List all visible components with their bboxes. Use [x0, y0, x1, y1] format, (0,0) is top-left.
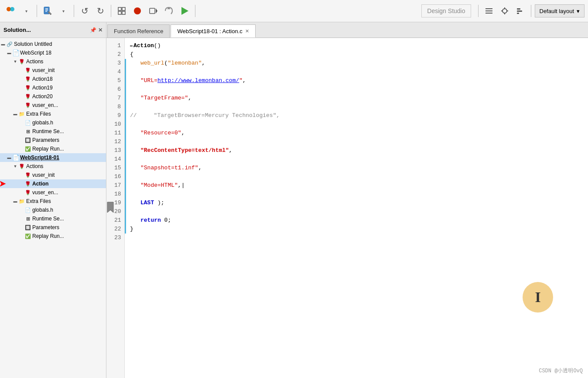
- actions2-icon: 🌹: [18, 163, 25, 170]
- separator-4: [195, 5, 195, 17]
- settings-icon[interactable]: [513, 4, 527, 18]
- tree-item-action18[interactable]: 🌹 Action18: [0, 75, 106, 83]
- bookmark-anchor: [106, 201, 114, 215]
- actions2-label: Actions: [26, 163, 43, 169]
- expand-action-main: [18, 181, 24, 187]
- tree-item-globals1[interactable]: 📄 globals.h: [0, 118, 106, 127]
- svg-marker-13: [156, 8, 157, 14]
- code-line-23: [125, 234, 588, 242]
- separator-1: [37, 5, 37, 17]
- play-loop-icon[interactable]: [162, 4, 176, 18]
- tree-item-vuser-init1[interactable]: 🌹 vuser_init: [0, 66, 106, 75]
- replay1-label: Replay Run...: [32, 146, 64, 152]
- sidebar-title: Solution...: [3, 27, 31, 33]
- tab-func-ref[interactable]: Function Reference: [107, 24, 170, 38]
- code-line-1: ▬ Action(): [125, 41, 588, 50]
- expand-ws18[interactable]: ▬: [6, 50, 12, 56]
- layout-button[interactable]: Default layout ▾: [535, 4, 585, 17]
- lines-icon[interactable]: [482, 4, 496, 18]
- tree-item-solution[interactable]: ▬ 🔗 Solution Untitled: [0, 40, 106, 48]
- tree-item-action-main[interactable]: 🌹 Action ➤: [0, 179, 106, 188]
- tree-item-replay1[interactable]: ✅ Replay Run...: [0, 144, 106, 153]
- expand-actions1[interactable]: ▼: [12, 58, 18, 65]
- tree-item-action20[interactable]: 🌹 Action20: [0, 92, 106, 101]
- code-line-11: "Resource=0",: [125, 129, 588, 137]
- run-icon[interactable]: [178, 4, 191, 18]
- design-studio-label: Design Studio: [421, 4, 471, 17]
- tree-item-actions2[interactable]: ▼ 🌹 Actions: [0, 162, 106, 171]
- ws18-icon: 📄: [12, 49, 19, 56]
- vuser-end2-label: vuser_en...: [32, 189, 58, 196]
- code-line-8: [125, 103, 588, 111]
- globals2-icon: 📄: [24, 206, 31, 213]
- tree-item-replay2[interactable]: ✅ Replay Run...: [0, 232, 106, 241]
- undo-button[interactable]: ↺: [78, 4, 92, 18]
- redo-button[interactable]: ↻: [93, 4, 107, 18]
- tabs-bar: Function Reference WebScript18-01 : Acti…: [106, 22, 588, 38]
- view-icon[interactable]: [498, 4, 512, 18]
- tree-item-vuser-end1[interactable]: 🌹 vuser_en...: [0, 101, 106, 110]
- globals1-icon: 📄: [24, 119, 31, 126]
- expand-extra2[interactable]: ▬: [12, 198, 18, 204]
- tree-item-ws18[interactable]: ▬ 📄 WebScript 18: [0, 48, 106, 57]
- expand-actions2[interactable]: ▼: [12, 163, 18, 169]
- tree-item-vuser-end2[interactable]: 🌹 vuser_en...: [0, 188, 106, 197]
- tree-item-runtime1[interactable]: ⊞ Runtime Se...: [0, 127, 106, 136]
- tree-item-params1[interactable]: 🔲 Parameters: [0, 136, 106, 144]
- ln-23: 23: [114, 234, 121, 242]
- app-icon[interactable]: [3, 4, 17, 18]
- tab-action-c[interactable]: WebScript18-01 : Action.c ✕: [171, 24, 255, 38]
- tree-item-params2[interactable]: 🔲 Parameters: [0, 223, 106, 232]
- sidebar-header: Solution... 📌 ✕: [0, 22, 106, 38]
- svg-rect-25: [517, 13, 519, 14]
- close-sidebar-icon[interactable]: ✕: [98, 27, 103, 33]
- tree-item-actions1[interactable]: ▼ 🌹 Actions: [0, 57, 106, 66]
- content-area: Function Reference WebScript18-01 : Acti…: [106, 22, 588, 378]
- extra2-icon: 📁: [18, 198, 25, 205]
- record-icon[interactable]: [146, 4, 160, 18]
- expand-globals2: [18, 207, 24, 213]
- ln-2: 2: [114, 50, 121, 59]
- tree-item-vuser-init2[interactable]: 🌹 vuser_init: [0, 171, 106, 179]
- collapse-btn-1[interactable]: ▬: [130, 41, 133, 50]
- expand-solution[interactable]: ▬: [0, 41, 6, 47]
- ln-11: 11: [114, 129, 121, 137]
- toolbar: ▾ ▾ ↺ ↻: [0, 0, 588, 22]
- ws18-01-label: WebScript18-01: [20, 155, 59, 161]
- tree-item-action19[interactable]: 🌹 Action19: [0, 83, 106, 92]
- code-content[interactable]: ▬ Action() { web_url("lemonban", "URL=: [125, 38, 588, 378]
- tab-action-c-close[interactable]: ✕: [245, 28, 249, 34]
- svg-rect-24: [517, 10, 522, 12]
- grid-icon[interactable]: [115, 4, 129, 18]
- ln-4: 4: [114, 68, 121, 76]
- toolbar-icon-script[interactable]: [41, 4, 55, 18]
- vuser-end1-label: vuser_en...: [32, 102, 58, 108]
- expand-extra1[interactable]: ▬: [12, 111, 18, 117]
- action19-icon: 🌹: [24, 84, 31, 91]
- tree-item-extra2[interactable]: ▬ 📁 Extra Files: [0, 197, 106, 206]
- ln-22: 22: [114, 225, 121, 234]
- toolbar-dropdown-1[interactable]: ▾: [19, 4, 33, 18]
- expand-replay2: [18, 233, 24, 239]
- code-line-9: // "TargetBrowser=Mercury Technologies",: [125, 111, 588, 120]
- code-line-7: "TargetFrame=",: [125, 94, 588, 103]
- tree-item-globals2[interactable]: 📄 globals.h: [0, 206, 106, 214]
- ln-13: 13: [114, 146, 121, 155]
- svg-rect-23: [517, 8, 520, 10]
- tree-item-extra1[interactable]: ▬ 📁 Extra Files: [0, 110, 106, 118]
- code-line-13: "RecContentType=text/html",: [125, 146, 588, 155]
- tree-item-runtime2[interactable]: ⊞ Runtime Se...: [0, 214, 106, 223]
- runtime2-label: Runtime Se...: [32, 216, 64, 222]
- tree-item-ws18-01[interactable]: ▬ 📄 WebScript18-01: [0, 153, 106, 162]
- pin-icon[interactable]: 📌: [90, 27, 96, 33]
- svg-rect-7: [118, 7, 121, 10]
- stop-icon[interactable]: [130, 4, 144, 18]
- expand-vuser-init2: [18, 172, 24, 178]
- svg-point-18: [503, 9, 507, 13]
- ln-12: 12: [114, 137, 121, 146]
- code-line-20: [125, 207, 588, 216]
- code-line-4: [125, 68, 588, 76]
- vuser-init2-label: vuser_init: [32, 172, 55, 178]
- expand-ws18-01[interactable]: ▬: [6, 155, 12, 161]
- toolbar-dropdown-2[interactable]: ▾: [56, 4, 70, 18]
